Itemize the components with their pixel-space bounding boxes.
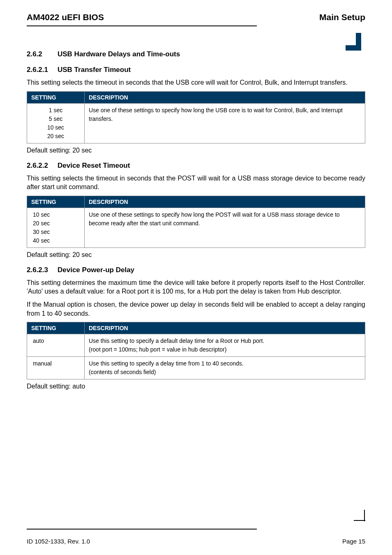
section-2-6-2-heading: 2.6.2 USB Hardware Delays and Time-outs [27, 50, 365, 58]
default-setting: Default setting: 20 sec [27, 251, 365, 259]
default-setting: Default setting: auto [27, 383, 365, 390]
intro-text: This setting selects the timeout in seco… [27, 78, 365, 87]
th-description: DESCRIPTION [85, 91, 365, 103]
section-title: USB Hardware Delays and Time-outs [58, 50, 180, 58]
setting-options: 10 sec 20 sec 30 sec 40 sec [27, 208, 85, 247]
svg-rect-1 [346, 45, 361, 51]
setting-description: Use one of these settings to specify how… [85, 103, 365, 143]
header-rule [27, 25, 257, 26]
usb-transfer-timeout-table: SETTING DESCRIPTION 1 sec 5 sec 10 sec 2… [27, 91, 365, 143]
setting-options: 1 sec 5 sec 10 sec 20 sec [27, 103, 85, 143]
header-right: Main Setup [319, 12, 365, 22]
section-2-6-2-2-heading: 2.6.2.2 Device Reset Timeout [27, 162, 365, 170]
table-row: auto Use this setting to specify a defau… [27, 334, 365, 357]
footer-corner-icon [354, 510, 365, 523]
section-number: 2.6.2 [27, 50, 58, 58]
th-description: DESCRIPTION [85, 322, 365, 334]
default-setting: Default setting: 20 sec [27, 147, 365, 154]
table-row: 10 sec 20 sec 30 sec 40 sec Use one of t… [27, 208, 365, 247]
setting-auto-description: Use this setting to specify a default de… [85, 334, 365, 357]
sub-title: Device Reset Timeout [58, 162, 130, 170]
svg-rect-0 [356, 33, 361, 45]
th-setting: SETTING [27, 322, 85, 334]
sub-title: USB Transfer Timeout [58, 66, 131, 74]
th-description: DESCRIPTION [85, 196, 365, 208]
table-row: manual Use this setting to specify a del… [27, 357, 365, 379]
footer-right: Page 15 [342, 538, 365, 545]
setting-auto: auto [27, 334, 85, 357]
sub-number: 2.6.2.1 [27, 66, 58, 74]
sub-number: 2.6.2.3 [27, 266, 58, 274]
intro-text-2: If the Manual option is chosen, the devi… [27, 300, 365, 318]
footer-left: ID 1052-1333, Rev. 1.0 [27, 538, 90, 545]
footer-rule [27, 529, 257, 530]
section-2-6-2-1-heading: 2.6.2.1 USB Transfer Timeout [27, 66, 365, 74]
setting-description: Use one of these settings to specify how… [85, 208, 365, 247]
table-row: 1 sec 5 sec 10 sec 20 sec Use one of the… [27, 103, 365, 143]
header-left: AM4022 uEFI BIOS [27, 12, 104, 22]
setting-manual-description: Use this setting to specify a delay time… [85, 357, 365, 379]
corner-logo-icon [346, 33, 365, 53]
setting-manual: manual [27, 357, 85, 379]
intro-text: This setting selects the timeout in seco… [27, 174, 365, 192]
th-setting: SETTING [27, 196, 85, 208]
sub-title: Device Power-up Delay [58, 266, 134, 274]
device-reset-timeout-table: SETTING DESCRIPTION 10 sec 20 sec 30 sec… [27, 196, 365, 248]
page-footer: ID 1052-1333, Rev. 1.0 Page 15 [27, 529, 365, 545]
device-power-up-delay-table: SETTING DESCRIPTION auto Use this settin… [27, 322, 365, 379]
intro-text-1: This setting determines the maximum time… [27, 278, 365, 296]
sub-number: 2.6.2.2 [27, 162, 58, 170]
section-2-6-2-3-heading: 2.6.2.3 Device Power-up Delay [27, 266, 365, 274]
th-setting: SETTING [27, 91, 85, 103]
page-header: AM4022 uEFI BIOS Main Setup [27, 12, 365, 22]
